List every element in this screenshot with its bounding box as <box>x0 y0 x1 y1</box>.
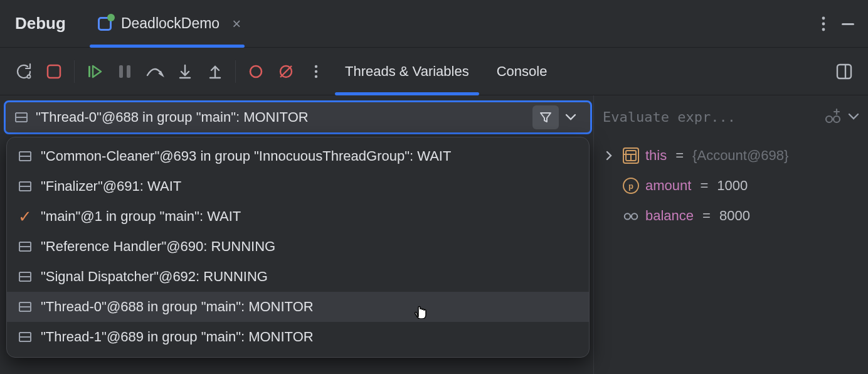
thread-dropdown-item[interactable]: "Reference Handler"@690: RUNNING <box>7 232 589 262</box>
thread-dropdown-label: "Common-Cleaner"@693 in group "Innocuous… <box>41 148 451 164</box>
svg-point-52 <box>632 213 637 219</box>
step-over-button[interactable] <box>141 58 169 85</box>
thread-icon <box>17 329 33 345</box>
svg-point-1 <box>822 22 825 25</box>
watch-icon <box>623 208 639 224</box>
thread-dropdown-label: "Reference Handler"@690: RUNNING <box>41 238 275 255</box>
chevron-right-icon <box>605 151 617 161</box>
svg-point-18 <box>315 70 317 72</box>
thread-dropdown-label: "Signal Dispatcher"@692: RUNNING <box>41 269 268 285</box>
thread-dropdown-label: "Thread-0"@688 in group "main": MONITOR <box>41 299 314 315</box>
mute-breakpoints-button[interactable] <box>272 58 300 85</box>
variable-name: balance <box>645 208 694 224</box>
object-icon <box>623 147 639 164</box>
run-config-icon <box>93 13 116 35</box>
evaluate-input[interactable]: Evaluate expr... <box>603 109 818 125</box>
chevron-down-icon <box>565 114 584 121</box>
tab-threads-variables[interactable]: Threads & Variables <box>332 48 482 95</box>
thread-dropdown-label: "Thread-1"@689 in group "main": MONITOR <box>41 329 314 345</box>
equals-sign: = <box>675 147 684 164</box>
minimize-icon[interactable] <box>839 15 857 33</box>
equals-sign: = <box>700 178 708 194</box>
equals-sign: = <box>702 208 711 224</box>
rerun-button[interactable] <box>10 58 38 85</box>
run-config-label: DeadlockDemo <box>121 15 220 32</box>
thread-icon <box>14 110 28 124</box>
thread-dropdown-item[interactable]: "Thread-0"@688 in group "main": MONITOR <box>7 292 589 322</box>
svg-point-43 <box>826 116 832 122</box>
step-into-button[interactable] <box>171 58 199 85</box>
svg-rect-6 <box>48 65 60 78</box>
variable-row[interactable]: pamount = 1000 <box>603 171 859 201</box>
thread-dropdown-label: "Finalizer"@691: WAIT <box>41 178 181 195</box>
svg-point-19 <box>315 75 317 77</box>
thread-icon <box>17 299 33 315</box>
more-vert-icon[interactable] <box>302 58 330 85</box>
thread-dropdown-item[interactable]: "Thread-1"@689 in group "main": MONITOR <box>7 322 589 352</box>
check-icon: ✓ <box>17 208 33 225</box>
close-icon[interactable]: × <box>232 15 241 33</box>
tab-console[interactable]: Console <box>484 48 560 95</box>
stop-button[interactable] <box>40 58 68 85</box>
variable-row[interactable]: balance = 8000 <box>603 201 859 231</box>
svg-point-14 <box>250 66 262 77</box>
thread-dropdown: "Common-Cleaner"@693 in group "Innocuous… <box>6 137 590 358</box>
thread-icon <box>17 178 33 195</box>
variable-name: amount <box>645 178 691 194</box>
variable-row[interactable]: this = {Account@698} <box>603 141 859 171</box>
add-watch-icon[interactable] <box>824 108 842 126</box>
variable-value: 8000 <box>719 208 750 224</box>
svg-point-5 <box>28 75 29 77</box>
resume-button[interactable] <box>81 58 109 85</box>
tool-window-title: Debug <box>15 14 66 33</box>
thread-dropdown-item[interactable]: "Common-Cleaner"@693 in group "Innocuous… <box>7 141 589 171</box>
variable-value: {Account@698} <box>692 147 788 164</box>
layout-settings-icon[interactable] <box>830 58 858 85</box>
thread-selector-label: "Thread-0"@688 in group "main": MONITOR <box>36 109 532 126</box>
pause-button[interactable] <box>111 58 139 85</box>
svg-point-44 <box>834 116 840 122</box>
svg-point-17 <box>315 65 317 67</box>
svg-rect-20 <box>837 65 851 78</box>
svg-rect-7 <box>88 66 90 77</box>
thread-dropdown-label: "main"@1 in group "main": WAIT <box>41 208 241 225</box>
run-config-tab[interactable]: DeadlockDemo × <box>91 0 243 47</box>
filter-button[interactable] <box>532 105 559 129</box>
variables-pane: this = {Account@698}pamount = 1000balanc… <box>603 141 859 231</box>
thread-icon <box>17 238 33 255</box>
svg-point-51 <box>625 213 630 219</box>
thread-icon <box>17 269 33 285</box>
evaluate-expression-bar: Evaluate expr... <box>603 103 859 131</box>
thread-selector[interactable]: "Thread-0"@688 in group "main": MONITOR <box>4 100 592 134</box>
variable-name: this <box>645 147 667 164</box>
debug-toolbar: Threads & Variables Console <box>0 48 868 95</box>
parameter-icon: p <box>623 178 639 194</box>
thread-icon <box>17 148 33 164</box>
chevron-down-icon[interactable] <box>848 113 859 120</box>
thread-dropdown-item[interactable]: "Signal Dispatcher"@692: RUNNING <box>7 262 589 292</box>
titlebar: Debug DeadlockDemo × <box>0 0 868 48</box>
step-out-button[interactable] <box>201 58 229 85</box>
view-breakpoints-button[interactable] <box>242 58 270 85</box>
variable-value: 1000 <box>717 178 748 194</box>
more-vert-icon[interactable] <box>822 16 825 32</box>
svg-rect-3 <box>842 23 854 25</box>
svg-rect-8 <box>119 65 123 78</box>
svg-point-0 <box>822 16 825 19</box>
thread-dropdown-item[interactable]: ✓"main"@1 in group "main": WAIT <box>7 201 589 232</box>
svg-rect-9 <box>127 65 130 78</box>
thread-dropdown-item[interactable]: "Finalizer"@691: WAIT <box>7 171 589 201</box>
svg-point-2 <box>822 28 825 31</box>
